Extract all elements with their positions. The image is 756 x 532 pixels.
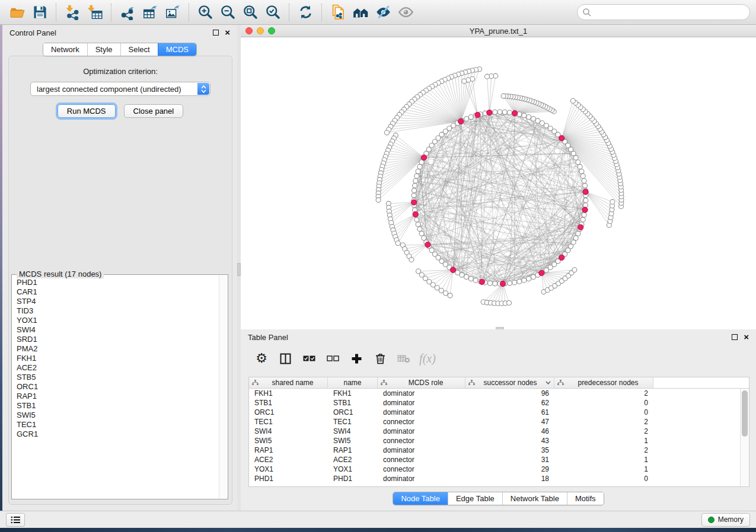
mcds-result-item[interactable]: STB5 [17, 373, 215, 382]
column-header-successor-nodes[interactable]: successor nodes [465, 377, 554, 388]
leaf-node[interactable] [610, 200, 615, 204]
search-input[interactable] [577, 4, 750, 20]
table-row[interactable]: SWI4SWI4dominator462 [249, 427, 740, 436]
table-row[interactable]: ACE2ACE2connector311 [249, 455, 740, 464]
leaf-node[interactable] [427, 279, 432, 284]
table-row[interactable]: TEC1TEC1connector472 [249, 417, 740, 427]
mcds-hub-node[interactable] [413, 211, 418, 217]
mcds-result-item[interactable]: SWI5 [17, 411, 215, 420]
float-table-panel-icon[interactable] [732, 334, 738, 340]
leaf-node[interactable] [507, 300, 512, 305]
tab-select[interactable]: Select [120, 43, 158, 56]
ring-node[interactable] [512, 280, 517, 285]
deselect-all-rows-button[interactable] [324, 351, 342, 366]
optimization-criterion-select[interactable]: largest connected component (undirected) [30, 82, 210, 96]
column-header-MCDS-role[interactable]: MCDS role [378, 377, 465, 388]
open-session-button[interactable] [7, 2, 27, 23]
leaf-node[interactable] [444, 291, 448, 296]
ring-node[interactable] [464, 275, 469, 280]
ring-node[interactable] [417, 164, 422, 169]
export-network-button[interactable] [117, 2, 138, 23]
ring-node[interactable] [419, 231, 424, 236]
ring-node[interactable] [517, 279, 522, 284]
mcds-result-item[interactable]: YOX1 [17, 316, 215, 325]
mcds-hub-node[interactable] [421, 155, 426, 160]
ring-node[interactable] [578, 164, 582, 169]
new-network-from-selection-button[interactable] [328, 2, 348, 23]
ring-node[interactable] [580, 174, 585, 178]
zoom-in-button[interactable] [195, 2, 215, 23]
leaf-node[interactable] [430, 283, 435, 287]
import-network-button[interactable] [62, 2, 82, 23]
mcds-list-scrollbar[interactable] [219, 275, 227, 498]
mcds-result-item[interactable]: ACE2 [17, 363, 215, 373]
close-panel-icon[interactable]: × [225, 30, 230, 36]
tab-motifs[interactable]: Motifs [567, 492, 604, 505]
column-header-name[interactable]: name [328, 377, 378, 388]
ring-node[interactable] [522, 278, 527, 283]
ring-node[interactable] [576, 160, 580, 165]
leaf-node[interactable] [572, 268, 577, 273]
mcds-hub-node[interactable] [487, 110, 492, 115]
leaf-node[interactable] [435, 286, 439, 290]
mcds-hub-node[interactable] [458, 118, 464, 124]
close-table-panel-icon[interactable]: × [744, 334, 749, 340]
mcds-hub-node[interactable] [582, 207, 588, 213]
column-header-predecessor-nodes[interactable]: predecessor nodes [554, 377, 653, 388]
refresh-view-button[interactable] [295, 2, 315, 23]
column-header-shared-name[interactable]: shared name [249, 377, 328, 388]
mcds-result-item[interactable]: STB1 [17, 401, 215, 411]
ring-node[interactable] [535, 118, 540, 123]
ring-node[interactable] [487, 281, 492, 286]
network-window-titlebar[interactable]: YPA_prune.txt_1 [241, 25, 756, 37]
save-session-button[interactable] [30, 2, 50, 23]
ring-node[interactable] [416, 222, 420, 227]
mcds-hub-node[interactable] [578, 225, 583, 230]
mcds-result-item[interactable]: TEC1 [17, 420, 215, 430]
mcds-result-item[interactable]: STP4 [17, 297, 215, 306]
mcds-hub-node[interactable] [475, 112, 480, 117]
ring-node[interactable] [582, 178, 586, 183]
ring-node[interactable] [540, 121, 544, 126]
ring-node[interactable] [468, 114, 473, 119]
ring-node[interactable] [413, 178, 418, 183]
table-row[interactable]: SWI5SWI5connector431 [249, 436, 740, 446]
zoom-selected-button[interactable] [263, 2, 283, 23]
mcds-hub-node[interactable] [412, 200, 417, 205]
ring-node[interactable] [455, 270, 460, 275]
tab-edge-table[interactable]: Edge Table [448, 492, 502, 505]
mcds-hub-node[interactable] [500, 281, 505, 286]
ring-node[interactable] [414, 174, 419, 178]
delete-column-button[interactable] [371, 351, 389, 366]
leaf-node[interactable] [501, 94, 506, 98]
ring-node[interactable] [573, 155, 578, 160]
ring-node[interactable] [583, 198, 588, 203]
zoom-fit-button[interactable] [240, 2, 260, 23]
mcds-result-item[interactable]: TID3 [17, 306, 215, 316]
task-history-button[interactable] [6, 513, 25, 527]
close-panel-button[interactable]: Close panel [124, 104, 184, 118]
mcds-result-item[interactable]: PMA2 [17, 344, 215, 354]
mcds-hub-node[interactable] [539, 270, 544, 275]
ring-node[interactable] [573, 236, 578, 241]
table-row[interactable]: ORC1ORC1dominator610 [249, 408, 740, 417]
select-all-rows-button[interactable] [300, 351, 318, 366]
ring-node[interactable] [414, 217, 419, 222]
ring-node[interactable] [580, 217, 585, 222]
mcds-hub-node[interactable] [559, 136, 564, 141]
mcds-result-item[interactable]: FKH1 [17, 354, 215, 363]
ring-node[interactable] [571, 240, 576, 245]
leaf-node[interactable] [395, 241, 400, 245]
tab-network-table[interactable]: Network Table [502, 492, 567, 505]
memory-button[interactable]: Memory [701, 513, 750, 527]
mcds-result-item[interactable]: PHD1 [17, 278, 215, 287]
ring-node[interactable] [508, 110, 512, 115]
ring-node[interactable] [497, 110, 502, 114]
import-table-button[interactable] [85, 2, 105, 23]
ring-node[interactable] [417, 227, 422, 232]
leaf-node[interactable] [376, 198, 381, 203]
ring-node[interactable] [583, 183, 588, 188]
mcds-hub-node[interactable] [559, 255, 564, 260]
split-table-button[interactable] [276, 351, 294, 366]
tab-style[interactable]: Style [87, 43, 120, 56]
